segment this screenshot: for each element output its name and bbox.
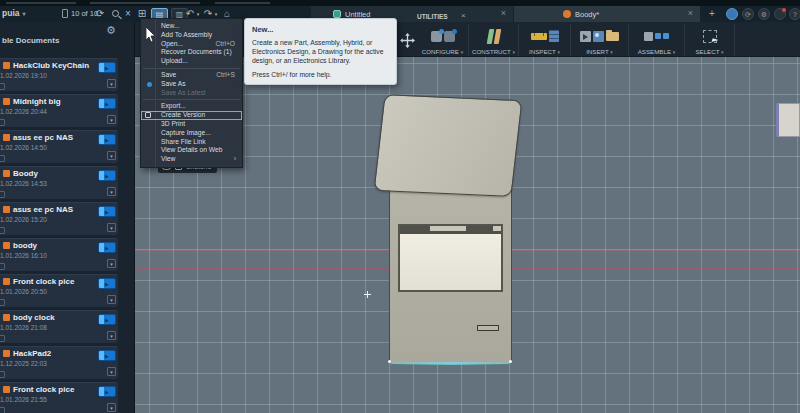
- menu-item-upload[interactable]: Upload... ›: [141, 57, 242, 66]
- open-document-button[interactable]: ▶: [98, 242, 116, 253]
- design-file-icon: [333, 10, 341, 18]
- gear-icon[interactable]: ⚙: [106, 24, 116, 37]
- ribbon-group-select[interactable]: SELECT ▾: [685, 24, 735, 56]
- menu-item-view-details-on-web[interactable]: View Details on Web ›: [141, 146, 242, 155]
- document-count-icon: [62, 9, 68, 18]
- menu-item-recover-documents-1[interactable]: Recover Documents (1) ›: [141, 48, 242, 57]
- menu-item-label: Save As: [161, 80, 186, 87]
- avatar[interactable]: [726, 8, 738, 20]
- model-bottom-edge-highlight: [390, 362, 511, 365]
- document-more-button[interactable]: ▾: [107, 223, 116, 232]
- menu-item-label: Upload...: [161, 57, 188, 64]
- open-document-button[interactable]: ▶: [98, 314, 116, 325]
- document-name: HackPad2: [13, 349, 51, 358]
- ribbon-group-construct[interactable]: CONSTRUCT ▾: [469, 24, 519, 56]
- document-more-button[interactable]: ▾: [107, 79, 116, 88]
- ribbon-group-insert[interactable]: INSERT ▾: [571, 24, 629, 56]
- menu-item-label: 3D Print: [161, 120, 185, 127]
- close-icon[interactable]: ×: [501, 8, 506, 18]
- menu-item-capture-image[interactable]: Capture Image... ›: [141, 129, 242, 138]
- document-card-midnight-big[interactable]: Midnight big 1.02.2026 20:44 ▶ ▾: [0, 94, 118, 127]
- document-more-button[interactable]: ▾: [107, 259, 116, 268]
- document-card-front-clock-pice[interactable]: Front clock pice 1.01.2026 21:55 ▶ ▾: [0, 382, 118, 413]
- ribbon-group-inspect[interactable]: INSPECT ▾: [519, 24, 571, 56]
- document-card-hackclub-keychain[interactable]: HackClub KeyChain 1.02.2026 19:10 ▶ ▾: [0, 58, 118, 91]
- document-card-hackpad2[interactable]: HackPad2 1.12.2025 22:03 ▶ ▾: [0, 346, 118, 379]
- model-slot[interactable]: [477, 325, 499, 331]
- menu-item-label: Save: [161, 71, 176, 78]
- view-cube[interactable]: [776, 103, 800, 137]
- document-sub-icon: [0, 335, 5, 342]
- open-document-button[interactable]: ▶: [98, 62, 116, 73]
- menu-item-share-file-link[interactable]: Share File Link ›: [141, 138, 242, 147]
- document-date: 1.02.2026 14:50: [0, 144, 47, 151]
- menu-item-save[interactable]: Save Ctrl+S ›: [141, 71, 242, 80]
- new-tab-button[interactable]: +: [706, 8, 718, 20]
- document-sub-icon: [0, 119, 5, 126]
- menu-item-save-as[interactable]: Save As ›: [141, 80, 242, 89]
- document-icon: [3, 206, 10, 213]
- close-icon[interactable]: ×: [461, 11, 466, 20]
- help-icon[interactable]: ?: [789, 8, 800, 20]
- document-more-button[interactable]: ▾: [107, 367, 116, 376]
- document-card-asus-ee-pc-nas[interactable]: asus ee pc NAS 1.02.2026 14:50 ▶ ▾: [0, 130, 118, 163]
- header-bar: puia▾ 10 of 10 ⟳ × ⊞ ▤ ▥ ↶ ▾ ↷ ▾ ⌂ Untit…: [0, 6, 800, 22]
- document-more-button[interactable]: ▾: [107, 403, 116, 412]
- menu-item-3d-print[interactable]: 3D Print ›: [141, 120, 242, 129]
- chevron-down-icon: ▾: [557, 49, 560, 55]
- tab-boody[interactable]: Boody* ×: [514, 6, 700, 22]
- tab-utilities[interactable]: UTILITIES: [417, 13, 448, 20]
- document-card-asus-ee-pc-nas[interactable]: asus ee pc NAS 1.02.2026 15:20 ▶ ▾: [0, 202, 118, 235]
- document-more-button[interactable]: ▾: [107, 151, 116, 160]
- settings-icon[interactable]: ⚙: [758, 8, 770, 20]
- notifications-icon[interactable]: [774, 8, 786, 20]
- group-label: INSPECT: [529, 48, 556, 55]
- open-document-button[interactable]: ▶: [98, 170, 116, 181]
- open-document-button[interactable]: ▶: [98, 278, 116, 289]
- sync-icon[interactable]: ⟳: [94, 7, 106, 21]
- menu-item-label: Add To Assembly: [161, 31, 212, 38]
- model-window-recess[interactable]: [398, 224, 503, 292]
- group-label: ASSEMBLE: [638, 48, 671, 55]
- search-icon[interactable]: [112, 10, 119, 17]
- menu-item-export[interactable]: Export... ›: [141, 102, 242, 111]
- open-document-button[interactable]: ▶: [98, 206, 116, 217]
- sync-status-icon[interactable]: ⟳: [742, 8, 754, 20]
- chevron-down-icon: ▾: [512, 49, 515, 55]
- document-more-button[interactable]: ▾: [107, 187, 116, 196]
- close-icon[interactable]: ×: [688, 8, 693, 18]
- document-sub-icon: [0, 407, 5, 413]
- open-document-button[interactable]: ▶: [98, 350, 116, 361]
- configure-doc-icon: [431, 31, 442, 42]
- document-card-body-clock[interactable]: body clock 1.01.2026 21:08 ▶ ▾: [0, 310, 118, 343]
- document-more-button[interactable]: ▾: [107, 331, 116, 340]
- document-card-boody[interactable]: Boody 1.02.2026 14:53 ▶ ▾: [0, 166, 118, 199]
- tooltip-footer: Press Ctrl+/ for more help.: [252, 71, 389, 78]
- document-icon: [3, 62, 10, 69]
- close-icon[interactable]: ×: [122, 7, 134, 21]
- ribbon-group-configure[interactable]: CONFIGURE ▾: [417, 24, 469, 56]
- menu-item-label: Open...: [161, 40, 183, 47]
- open-document-button[interactable]: ▶: [98, 134, 116, 145]
- document-more-button[interactable]: ▾: [107, 295, 116, 304]
- ribbon-group-assemble[interactable]: ASSEMBLE ▾: [629, 24, 685, 56]
- document-date: 1.02.2026 20:44: [0, 108, 47, 115]
- assemble-icon: [644, 24, 669, 48]
- model-lid[interactable]: [374, 94, 523, 197]
- document-date: 1.12.2025 22:03: [0, 360, 47, 367]
- workspace-dropdown[interactable]: puia▾: [2, 8, 26, 18]
- title-strip-text: [90, 2, 200, 4]
- document-card-boody[interactable]: boody 1.01.2026 16:10 ▶ ▾: [0, 238, 118, 271]
- chevron-down-icon: ▾: [673, 49, 676, 55]
- document-card-front-clock-pice[interactable]: Front clock pice 1.01.2026 20:50 ▶ ▾: [0, 274, 118, 307]
- document-more-button[interactable]: ▾: [107, 115, 116, 124]
- pan-move-icon[interactable]: [397, 24, 417, 56]
- model-notch: [493, 226, 501, 231]
- document-date: 1.01.2026 21:08: [0, 324, 47, 331]
- open-document-button[interactable]: ▶: [98, 98, 116, 109]
- open-document-button[interactable]: ▶: [98, 386, 116, 397]
- menu-item-view[interactable]: View ›: [141, 155, 242, 164]
- documents-panel: ble Documents ⚙ HackClub KeyChain 1.02.2…: [0, 22, 135, 413]
- menu-item-create-version[interactable]: Create Version ›: [141, 111, 242, 120]
- document-icon: [3, 134, 10, 141]
